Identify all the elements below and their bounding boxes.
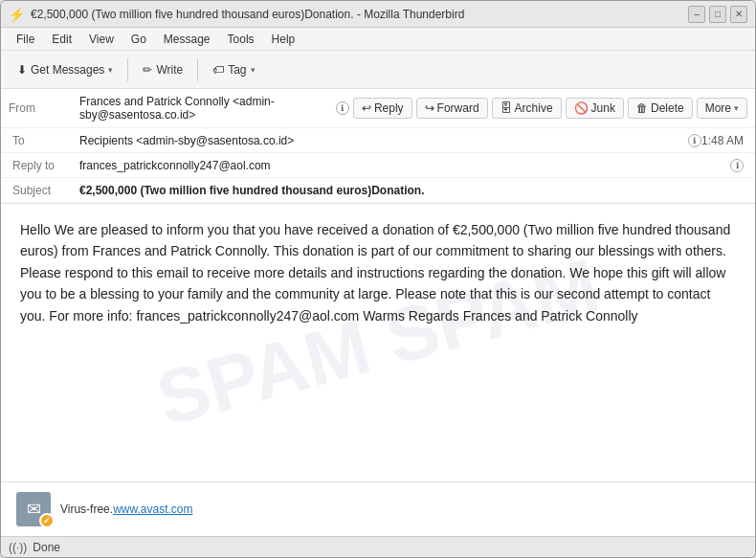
antivirus-icon-wrapper: ✉ ✓ (16, 492, 51, 526)
to-info-icon[interactable]: ℹ (688, 134, 701, 147)
email-header: From Frances and Patrick Connolly <admin… (1, 89, 755, 204)
menu-view[interactable]: View (81, 31, 122, 48)
menubar: File Edit View Go Message Tools Help (1, 28, 755, 51)
toolbar-sep-2 (197, 58, 198, 81)
thunderbird-window: ⚡ €2,500,000 (Two million five hundred t… (0, 0, 756, 558)
write-button[interactable]: ✏ Write (134, 58, 191, 81)
from-label-toolbar: From (9, 101, 76, 115)
antivirus-badge: ✓ (39, 513, 55, 528)
to-value: Recipients <admin-sby@sasentosa.co.id> (79, 134, 684, 147)
menu-message[interactable]: Message (156, 31, 218, 48)
reply-to-row: Reply to frances_patrickconnolly247@aol.… (1, 153, 755, 178)
more-button[interactable]: More ▾ (697, 98, 747, 119)
maximize-button[interactable]: □ (709, 6, 726, 23)
titlebar-controls: – □ ✕ (688, 6, 747, 23)
menu-tools[interactable]: Tools (220, 31, 262, 48)
forward-button[interactable]: ↪ Forward (416, 98, 488, 119)
menu-file[interactable]: File (9, 31, 42, 48)
from-value-toolbar: Frances and Patrick Connolly <admin-sby@… (79, 95, 328, 122)
toolbar-sep-1 (127, 58, 128, 81)
close-button[interactable]: ✕ (730, 6, 747, 23)
tag-dropdown-icon: ▾ (251, 65, 256, 75)
archive-button[interactable]: 🗄 Archive (492, 98, 562, 119)
from-info-icon[interactable]: ℹ (336, 101, 349, 115)
junk-icon: 🚫 (574, 101, 589, 115)
email-time: 1:48 AM (701, 134, 744, 147)
get-messages-dropdown-icon: ▾ (108, 65, 113, 75)
email-body: SPAM SPAM Hello We are pleased to inform… (1, 204, 755, 481)
email-body-text: Hello We are pleased to inform you that … (20, 219, 736, 326)
delete-icon: 🗑 (636, 101, 648, 115)
tag-icon: 🏷 (212, 63, 224, 77)
reply-to-value: frances_patrickconnolly247@aol.com (79, 159, 726, 172)
app-icon: ⚡ (9, 7, 25, 22)
junk-button[interactable]: 🚫 Junk (566, 98, 624, 119)
antivirus-link[interactable]: www.avast.com (113, 502, 192, 516)
forward-icon: ↪ (425, 101, 434, 115)
antivirus-text: Virus-free.www.avast.com (60, 502, 193, 516)
status-text: Done (33, 541, 60, 554)
wifi-icon: ((·)) (9, 541, 27, 554)
get-messages-button[interactable]: ⬇ Get Messages ▾ (9, 58, 122, 81)
subject-value: €2,500,000 (Two million five hundred tho… (79, 184, 744, 197)
subject-row: Subject €2,500,000 (Two million five hun… (1, 178, 755, 203)
menu-go[interactable]: Go (123, 31, 154, 48)
write-icon: ✏ (143, 63, 152, 77)
menu-edit[interactable]: Edit (44, 31, 79, 48)
tag-button[interactable]: 🏷 Tag ▾ (204, 58, 263, 81)
to-row: To Recipients <admin-sby@sasentosa.co.id… (1, 128, 755, 153)
main-toolbar: ⬇ Get Messages ▾ ✏ Write 🏷 Tag ▾ (1, 51, 755, 89)
subject-label: Subject (12, 184, 79, 197)
reply-to-info-icon[interactable]: ℹ (730, 159, 744, 172)
delete-button[interactable]: 🗑 Delete (628, 98, 693, 119)
statusbar: ((·)) Done (1, 536, 755, 557)
more-dropdown-icon: ▾ (734, 103, 739, 113)
window-title: €2,500,000 (Two million five hundred tho… (31, 8, 464, 21)
reply-icon: ↩ (362, 101, 371, 115)
antivirus-label: Virus-free. (60, 502, 113, 516)
to-label: To (12, 134, 79, 147)
email-action-toolbar: From Frances and Patrick Connolly <admin… (1, 89, 755, 128)
get-messages-icon: ⬇ (17, 63, 27, 77)
minimize-button[interactable]: – (688, 6, 705, 23)
archive-icon: 🗄 (500, 101, 512, 115)
get-messages-label: Get Messages (31, 63, 104, 77)
titlebar: ⚡ €2,500,000 (Two million five hundred t… (1, 1, 755, 28)
titlebar-left: ⚡ €2,500,000 (Two million five hundred t… (9, 7, 464, 22)
reply-button[interactable]: ↩ Reply (353, 98, 412, 119)
antivirus-bar: ✉ ✓ Virus-free.www.avast.com (1, 481, 755, 536)
menu-help[interactable]: Help (264, 31, 303, 48)
reply-to-label: Reply to (12, 159, 79, 172)
